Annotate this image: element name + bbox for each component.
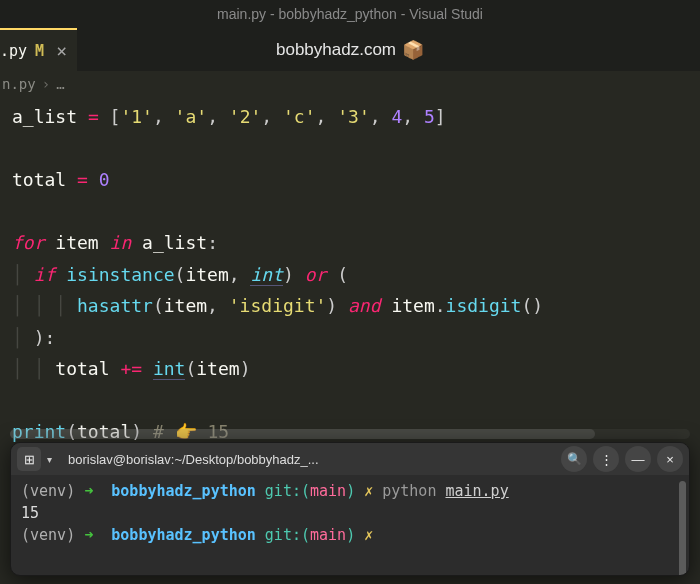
search-button[interactable]: 🔍	[561, 446, 587, 472]
code-line: total = 0	[12, 164, 700, 196]
terminal-scrollbar[interactable]	[679, 481, 686, 576]
breadcrumb-more: …	[56, 76, 64, 92]
code-line: │ if isinstance(item, int) or (	[12, 259, 700, 291]
breadcrumb-file: n.py	[2, 76, 36, 92]
code-line	[12, 133, 700, 165]
tab-main-py[interactable]: .py M ×	[0, 28, 77, 71]
code-line: for item in a_list:	[12, 227, 700, 259]
minimize-button[interactable]: —	[625, 446, 651, 472]
code-line: │ ):	[12, 322, 700, 354]
minimize-icon: —	[632, 452, 645, 467]
horizontal-scrollbar[interactable]	[10, 429, 690, 439]
terminal-body[interactable]: (venv) ➜ bobbyhadz_python git:(main) ✗ p…	[11, 475, 689, 576]
new-tab-button[interactable]: ⊞	[17, 447, 41, 471]
terminal-title: borislav@borislav:~/Desktop/bobbyhadz_..…	[68, 452, 319, 467]
kebab-menu-icon: ⋮	[600, 452, 613, 467]
terminal-window: ⊞ ▾ borislav@borislav:~/Desktop/bobbyhad…	[10, 442, 690, 576]
brand-text: bobbyhadz.com	[276, 40, 396, 60]
tab-filename: .py	[0, 42, 27, 60]
menu-button[interactable]: ⋮	[593, 446, 619, 472]
code-line	[12, 385, 700, 417]
brand-overlay: bobbyhadz.com 📦	[0, 28, 700, 71]
close-icon: ×	[666, 452, 674, 467]
tab-modified-indicator: M	[35, 42, 44, 60]
chevron-right-icon: ›	[42, 76, 50, 92]
package-icon: 📦	[402, 39, 424, 61]
scrollbar-thumb[interactable]	[10, 429, 595, 439]
code-line: a_list = ['1', 'a', '2', 'c', '3', 4, 5]	[12, 101, 700, 133]
chevron-down-icon[interactable]: ▾	[47, 454, 52, 465]
code-line: │ │ total += int(item)	[12, 353, 700, 385]
terminal-output: 15	[21, 504, 39, 522]
terminal-titlebar: ⊞ ▾ borislav@borislav:~/Desktop/bobbyhad…	[11, 443, 689, 475]
window-title: main.py - bobbyhadz_python - Visual Stud…	[0, 0, 700, 28]
plus-icon: ⊞	[24, 452, 35, 467]
breadcrumb[interactable]: n.py › …	[0, 71, 700, 97]
code-editor[interactable]: a_list = ['1', 'a', '2', 'c', '3', 4, 5]…	[0, 97, 700, 448]
code-line: │ │ │ hasattr(item, 'isdigit') and item.…	[12, 290, 700, 322]
tab-row: .py M × bobbyhadz.com 📦	[0, 28, 700, 71]
close-button[interactable]: ×	[657, 446, 683, 472]
tab-close-icon[interactable]: ×	[56, 40, 67, 61]
code-line	[12, 196, 700, 228]
search-icon: 🔍	[567, 452, 582, 466]
